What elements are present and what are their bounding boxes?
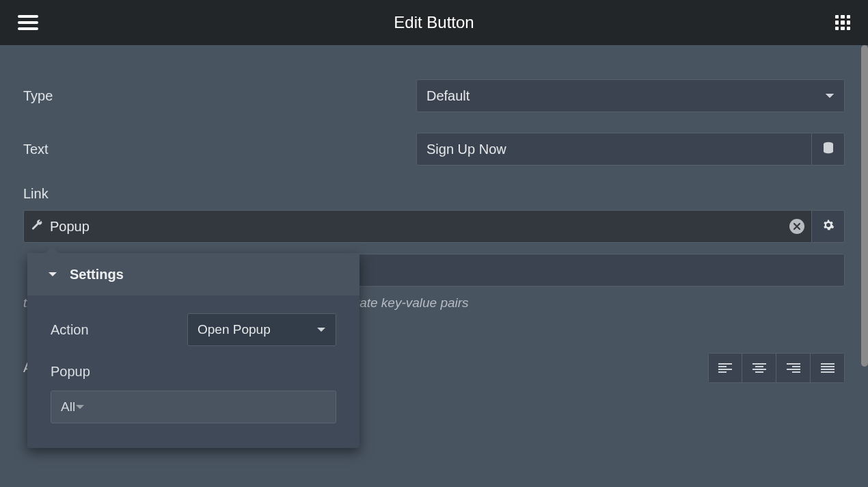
- text-label: Text: [23, 142, 416, 157]
- svg-rect-6: [718, 369, 732, 370]
- field-type: Type Default: [23, 79, 845, 112]
- svg-rect-18: [821, 369, 835, 370]
- popup-value: All: [61, 399, 75, 414]
- text-value: Sign Up Now: [426, 142, 506, 157]
- type-value: Default: [426, 88, 470, 104]
- popover-header[interactable]: Settings: [27, 253, 360, 295]
- wrench-icon: [31, 219, 43, 234]
- link-input[interactable]: Popup: [23, 210, 812, 243]
- type-label: Type: [23, 88, 416, 104]
- svg-rect-13: [792, 366, 800, 367]
- svg-rect-15: [792, 371, 800, 373]
- svg-rect-4: [718, 363, 732, 365]
- topbar: Edit Button: [0, 0, 868, 45]
- action-select[interactable]: Open Popup: [187, 313, 336, 346]
- popover-title: Settings: [70, 267, 124, 282]
- svg-rect-8: [752, 363, 766, 365]
- svg-rect-16: [821, 363, 835, 365]
- dynamic-data-button[interactable]: [812, 133, 845, 166]
- svg-marker-20: [49, 272, 57, 276]
- align-center-button[interactable]: [742, 353, 776, 383]
- svg-rect-5: [718, 366, 727, 367]
- svg-rect-17: [821, 366, 835, 367]
- clear-link-button[interactable]: [789, 219, 804, 234]
- svg-rect-7: [718, 371, 727, 373]
- alignment-button-group: [708, 353, 845, 383]
- svg-marker-21: [317, 328, 325, 332]
- svg-rect-11: [755, 371, 763, 373]
- chevron-down-icon: [316, 326, 326, 333]
- database-icon: [822, 142, 835, 157]
- field-text: Text Sign Up Now: [23, 133, 845, 166]
- svg-rect-10: [752, 369, 766, 370]
- gear-icon: [822, 219, 835, 234]
- align-right-button[interactable]: [776, 353, 811, 383]
- link-label: Link: [23, 186, 416, 202]
- type-select[interactable]: Default: [416, 79, 845, 112]
- menu-button[interactable]: [18, 15, 38, 30]
- page-title: Edit Button: [394, 13, 474, 32]
- svg-rect-19: [821, 371, 835, 373]
- svg-rect-9: [755, 366, 763, 367]
- link-settings-button[interactable]: [812, 210, 845, 243]
- link-settings-popover: Settings Action Open Popup Popup All: [27, 253, 360, 448]
- chevron-down-icon: [48, 271, 57, 278]
- svg-marker-0: [826, 94, 834, 98]
- chevron-down-icon: [75, 404, 85, 410]
- align-justify-button[interactable]: [811, 353, 845, 383]
- popup-label: Popup: [51, 364, 336, 380]
- svg-rect-12: [787, 363, 800, 365]
- action-value: Open Popup: [198, 322, 271, 337]
- svg-marker-22: [76, 405, 84, 409]
- popup-select[interactable]: All: [51, 391, 336, 423]
- chevron-down-icon: [825, 92, 835, 99]
- align-left-button[interactable]: [708, 353, 742, 383]
- scrollbar[interactable]: [861, 45, 868, 367]
- apps-grid-button[interactable]: [835, 15, 850, 30]
- text-input[interactable]: Sign Up Now: [416, 133, 812, 166]
- svg-rect-14: [787, 369, 800, 370]
- action-label: Action: [51, 322, 187, 338]
- link-value: Popup: [50, 219, 90, 235]
